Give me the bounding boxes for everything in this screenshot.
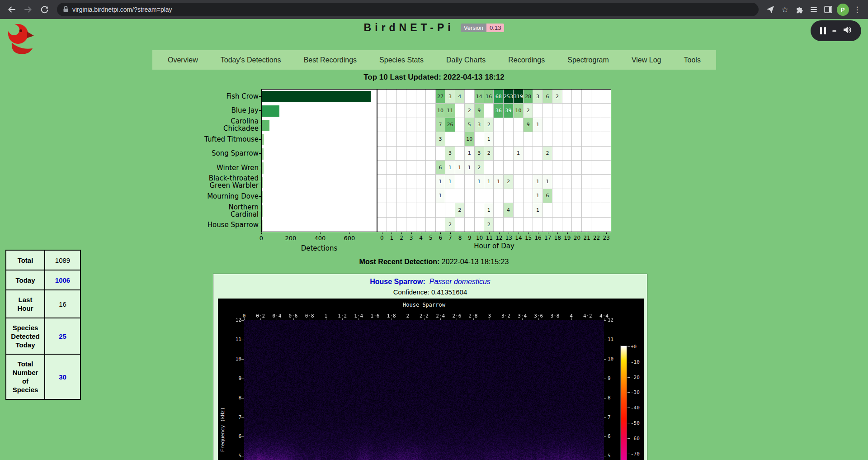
stats-value-total-number-of-species[interactable]: 30	[45, 355, 80, 399]
detection-panel: House Sparrow: Passer domesticus Confide…	[213, 274, 647, 460]
heatmap-cell	[436, 218, 445, 232]
heatmap-cell	[572, 118, 581, 132]
heatmap-cell	[552, 132, 562, 146]
heatmap-cell: 3	[445, 147, 455, 161]
spectrogram-y-tick-left: 5	[227, 453, 241, 459]
heatmap-cell	[475, 132, 484, 146]
heatmap-x-tick-label: 15	[524, 235, 533, 241]
heatmap-cell	[445, 132, 455, 146]
colorbar-tick-label: -60	[631, 436, 640, 441]
detection-scientific-name[interactable]: Passer domesticus	[429, 278, 491, 285]
browser-toolbar: virginia.birdnetpi.com/?stream=play ☆ P …	[0, 0, 868, 19]
audio-player[interactable]	[811, 20, 861, 41]
heatmap-cell	[514, 118, 524, 132]
heatmap-cell	[494, 203, 503, 217]
nav-item-species-stats[interactable]: Species Stats	[379, 56, 424, 64]
heatmap-cell: 3	[475, 118, 484, 132]
heatmap-x-tick-mark	[519, 232, 519, 234]
bookmark-star-icon[interactable]: ☆	[778, 2, 792, 17]
bar-x-axis-label: Detections	[288, 244, 351, 252]
heatmap-x-tick-label: 7	[446, 235, 455, 241]
spectrogram-x-tick-mark	[506, 318, 506, 320]
heatmap-cell	[377, 218, 387, 232]
heatmap-cell	[582, 203, 591, 217]
side-panel-icon[interactable]	[821, 2, 835, 17]
stats-value-today[interactable]: 1006	[45, 270, 80, 289]
main-nav: OverviewToday's DetectionsBest Recording…	[152, 50, 716, 70]
heatmap-cell	[416, 147, 426, 161]
heatmap-cell	[572, 189, 581, 203]
heatmap-x-tick-mark	[509, 232, 509, 234]
spectrogram-title: House Sparrow	[244, 302, 604, 308]
pause-icon[interactable]	[820, 27, 826, 34]
bar-category-label: Fish Crow	[172, 89, 259, 104]
spectrogram-y-tick-mark	[604, 398, 606, 398]
heatmap-cell	[504, 147, 514, 161]
nav-item-best-recordings[interactable]: Best Recordings	[304, 56, 357, 64]
heatmap-cell	[455, 189, 465, 203]
detection-common-name[interactable]: House Sparrow:	[370, 278, 425, 285]
nav-item-daily-charts[interactable]: Daily Charts	[446, 56, 486, 64]
send-icon[interactable]	[763, 2, 778, 17]
reading-list-icon[interactable]	[807, 2, 821, 17]
heatmap-cell	[406, 189, 416, 203]
nav-item-view-log[interactable]: View Log	[632, 56, 661, 64]
heatmap-cell	[416, 175, 426, 189]
colorbar-tick-label: +0	[631, 344, 637, 350]
heatmap-cell: 7	[436, 118, 445, 132]
url-bar[interactable]: virginia.birdnetpi.com/?stream=play	[57, 3, 759, 16]
nav-item-spectrogram[interactable]: Spectrogram	[567, 56, 609, 64]
heatmap-cell: 253	[504, 90, 514, 104]
heatmap-cell	[494, 161, 503, 175]
heatmap-cell	[416, 218, 426, 232]
heatmap-cell	[426, 147, 435, 161]
volume-icon[interactable]	[843, 26, 852, 36]
heatmap-cell: 2	[552, 90, 562, 104]
nav-item-tools[interactable]: Tools	[684, 56, 701, 64]
bar-category-label: Song Sparrow	[172, 146, 259, 161]
heatmap-cell: 1	[484, 203, 494, 217]
nav-item-today-s-detections[interactable]: Today's Detections	[221, 56, 281, 64]
detection-bar	[262, 220, 263, 231]
heatmap-cell: 1	[533, 203, 542, 217]
seek-dash-icon[interactable]	[832, 30, 836, 32]
spectrogram-y-tick-mark	[241, 320, 244, 321]
heatmap-cell	[552, 147, 562, 161]
spectrogram-y-tick-mark	[241, 417, 244, 418]
heatmap-cell	[377, 147, 387, 161]
forward-button[interactable]	[20, 1, 36, 18]
spectrogram-y-tick-mark	[241, 359, 244, 360]
heatmap-cell	[494, 132, 503, 146]
page-title: BirdNET-Pi	[364, 22, 454, 34]
stats-label: LastHour	[6, 290, 45, 318]
spectrogram-image: House Sparrow Frequency (kHz) 00·20·40·6…	[218, 299, 644, 460]
browser-menu-icon[interactable]: ⋮	[850, 2, 864, 17]
heatmap-cell	[514, 175, 524, 189]
top10-heading: Top 10 Last Updated: 2022-04-13 18:12	[0, 73, 868, 82]
extensions-icon[interactable]	[792, 2, 807, 17]
heatmap-cell: 1	[465, 147, 474, 161]
heatmap-x-tick-label: 11	[485, 235, 494, 241]
stats-value-species-detected-today[interactable]: 25	[45, 318, 80, 354]
nav-item-recordings[interactable]: Recordings	[508, 56, 545, 64]
spectrogram-y-tick-mark	[241, 379, 244, 379]
heatmap-cell	[426, 104, 435, 118]
heatmap-cell	[397, 147, 406, 161]
heatmap-cell: 9	[524, 118, 533, 132]
back-button[interactable]	[4, 1, 20, 18]
bar-category-label: House Sparrow	[172, 217, 259, 232]
heatmap-cell	[406, 90, 416, 104]
heatmap-cell	[426, 90, 435, 104]
colorbar-tick-mark	[627, 346, 630, 347]
heatmap-cell: 1	[533, 175, 542, 189]
spectrogram-y-tick-mark	[241, 436, 244, 437]
reload-button[interactable]	[36, 1, 52, 18]
hourly-heatmap: 2734141668253319283621011293639102726532…	[377, 89, 611, 232]
heatmap-cell	[582, 90, 591, 104]
spectrogram-y-tick-left: 10	[227, 356, 241, 362]
nav-item-overview[interactable]: Overview	[168, 56, 198, 64]
spectrogram-x-tick-mark	[342, 318, 343, 320]
heatmap-cell	[475, 203, 484, 217]
heatmap-cell	[524, 189, 533, 203]
profile-avatar[interactable]: P	[835, 2, 850, 17]
